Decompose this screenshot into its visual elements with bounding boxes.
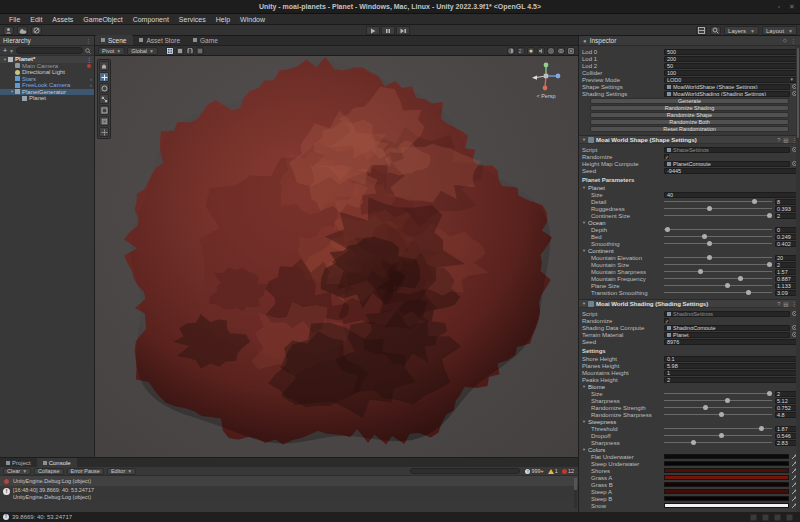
- magnet-snap-icon[interactable]: [186, 47, 194, 55]
- slider-track[interactable]: [664, 243, 772, 244]
- slider-knob[interactable]: [767, 391, 772, 396]
- slider-value[interactable]: 2: [775, 262, 797, 268]
- text-field[interactable]: 50: [664, 63, 797, 69]
- slider-value[interactable]: 0.546: [775, 433, 797, 439]
- collapse-button[interactable]: Collapse: [34, 468, 63, 475]
- layers-dropdown[interactable]: Layers▼: [724, 26, 759, 35]
- text-field[interactable]: 500: [664, 49, 797, 55]
- kebab-icon[interactable]: ⋮: [85, 37, 91, 44]
- randomize-shading-button[interactable]: Randomize Shading: [590, 105, 789, 111]
- slider-knob[interactable]: [665, 227, 670, 232]
- version-control-icon[interactable]: [31, 26, 42, 35]
- inspector-row-planet[interactable]: ▼Planet: [582, 184, 797, 191]
- text-field[interactable]: 8976: [664, 339, 797, 345]
- reset-randomization-button[interactable]: Reset Randomization: [590, 126, 789, 132]
- tab-project[interactable]: Project: [0, 458, 37, 467]
- error-pause-button[interactable]: Error Pause: [67, 468, 104, 475]
- inspector-row-steepness[interactable]: ▼Steepness: [582, 418, 797, 425]
- slider-track[interactable]: [664, 264, 772, 265]
- slider[interactable]: 0.393: [664, 206, 797, 212]
- slider-knob[interactable]: [725, 398, 730, 403]
- object-field[interactable]: PlanetCompute: [664, 161, 790, 167]
- slider-knob[interactable]: [752, 199, 757, 204]
- slider[interactable]: 0.887: [664, 276, 797, 282]
- slider[interactable]: 4.8: [664, 412, 797, 418]
- search-icon[interactable]: [710, 26, 721, 35]
- slider-value[interactable]: 1.57: [775, 269, 797, 275]
- component-header-moai-world-shading-shading-settings-[interactable]: ▼Moai World Shading (Shading Settings)?▤…: [579, 299, 800, 308]
- text-field[interactable]: 2: [664, 377, 797, 383]
- slider-value[interactable]: 0.249: [775, 234, 797, 240]
- text-field[interactable]: 200: [664, 56, 797, 62]
- inspector-row-continent[interactable]: ▼Continent: [582, 247, 797, 254]
- object-field[interactable]: ShadingCompute: [664, 325, 790, 331]
- slider[interactable]: 1.87: [664, 426, 797, 432]
- custom-tool-button[interactable]: [99, 127, 109, 137]
- menu-window[interactable]: Window: [235, 14, 270, 25]
- warning-count-badge[interactable]: 1: [548, 468, 558, 474]
- move-tool-button[interactable]: [99, 72, 109, 82]
- slider-track[interactable]: [664, 407, 772, 408]
- slider-track[interactable]: [664, 229, 772, 230]
- slider-knob[interactable]: [767, 213, 772, 218]
- hidden-objects-icon[interactable]: [557, 47, 565, 55]
- dropdown-field[interactable]: LOD0▼: [664, 77, 797, 83]
- tab-game[interactable]: Game: [187, 35, 225, 45]
- menu-edit[interactable]: Edit: [25, 14, 47, 25]
- slider-value[interactable]: 20: [775, 255, 797, 261]
- slider-knob[interactable]: [719, 433, 724, 438]
- color-swatch[interactable]: [664, 503, 789, 508]
- hierarchy-search-input[interactable]: [16, 47, 83, 54]
- object-field[interactable]: ShapeSettings: [664, 147, 790, 153]
- play-button[interactable]: [366, 26, 380, 35]
- slider-value[interactable]: 0.752: [775, 405, 797, 411]
- global-button[interactable]: Global▼: [127, 47, 158, 55]
- object-field[interactable]: MoaiWorldShading (Shading Settings): [664, 91, 790, 97]
- increment-snap-icon[interactable]: [176, 47, 184, 55]
- tab-scene[interactable]: Scene: [95, 35, 133, 45]
- slider[interactable]: 0.402: [664, 241, 797, 247]
- pivot-button[interactable]: Pivot▼: [98, 47, 125, 55]
- slider-knob[interactable]: [691, 440, 696, 445]
- slider-track[interactable]: [664, 435, 772, 436]
- kebab-icon[interactable]: ⋮: [790, 37, 796, 44]
- presets-icon[interactable]: ▤: [783, 137, 788, 143]
- background-tasks-icon[interactable]: [786, 514, 793, 521]
- slider[interactable]: 0: [664, 227, 797, 233]
- object-field[interactable]: ShadingSettings: [664, 311, 790, 317]
- slider-knob[interactable]: [719, 412, 724, 417]
- account-icon[interactable]: [3, 26, 14, 35]
- component-header-moai-world-shape-shape-settings-[interactable]: ▼Moai World Shape (Shape Settings)?▤⋮: [579, 135, 800, 144]
- console-search-input[interactable]: [410, 468, 520, 474]
- slider-value[interactable]: 4.8: [775, 412, 797, 418]
- slider-track[interactable]: [664, 201, 772, 202]
- slider-track[interactable]: [664, 292, 772, 293]
- slider-value[interactable]: 1.87: [775, 426, 797, 432]
- text-field[interactable]: 0.1: [664, 356, 797, 362]
- tool-settings-icon[interactable]: [196, 47, 204, 55]
- slider-knob[interactable]: [746, 290, 751, 295]
- lock-icon[interactable]: ⬦: [783, 37, 787, 44]
- slider-knob[interactable]: [702, 234, 707, 239]
- slider[interactable]: 0.752: [664, 405, 797, 411]
- slider-track[interactable]: [664, 208, 772, 209]
- chevron-down-icon[interactable]: ▼: [9, 48, 14, 54]
- color-swatch[interactable]: [664, 475, 789, 480]
- slider-track[interactable]: [664, 400, 772, 401]
- slider[interactable]: 5.12: [664, 398, 797, 404]
- tab-console[interactable]: Console: [37, 458, 77, 467]
- generate-button[interactable]: Generate: [590, 98, 789, 104]
- cloud-icon[interactable]: [17, 26, 28, 35]
- slider-value[interactable]: 0: [775, 227, 797, 233]
- slider[interactable]: 0.546: [664, 433, 797, 439]
- prefab-arrow-icon[interactable]: ›: [90, 76, 92, 82]
- object-field[interactable]: MoaiWorldShape (Shape Settings): [664, 84, 790, 90]
- slider-knob[interactable]: [759, 426, 764, 431]
- randomize-shape-button[interactable]: Randomize Shape: [590, 112, 789, 118]
- view-tool-button[interactable]: [99, 61, 109, 71]
- slider-value[interactable]: 2: [775, 213, 797, 219]
- console-window-icon[interactable]: [750, 514, 757, 521]
- rect-tool-button[interactable]: [99, 105, 109, 115]
- text-field[interactable]: 1: [664, 370, 797, 376]
- slider-value[interactable]: 0.402: [775, 241, 797, 247]
